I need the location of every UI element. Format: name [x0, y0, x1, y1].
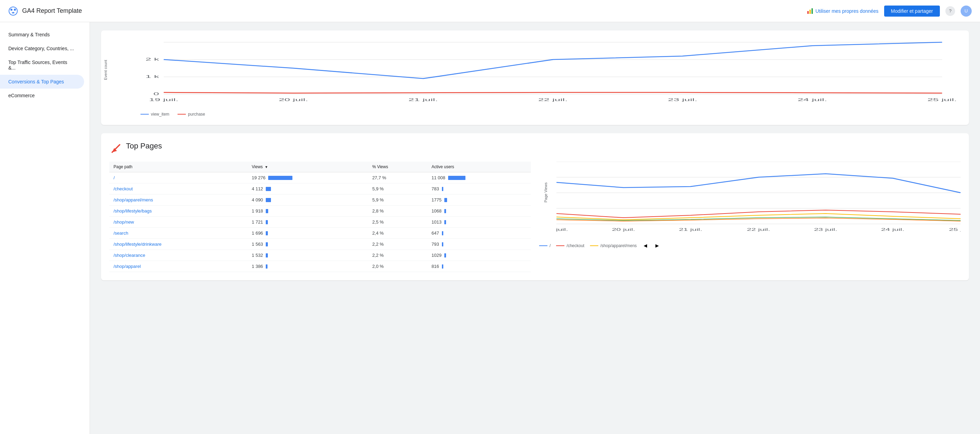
table-row: /shop/lifestyle/bags 1 918 2,8 % 1068	[109, 205, 531, 217]
main-content: Event count 0 1 k 2 k 19 juil. 20 juil	[90, 22, 980, 297]
svg-text:2 k: 2 k	[145, 57, 159, 61]
svg-rect-3	[807, 11, 809, 14]
cell-pct-views: 5,9 %	[368, 183, 427, 194]
table-row: /checkout 4 112 5,9 % 783	[109, 183, 531, 194]
top-pages-table-body: / 19 276 27,7 % 11 008 /checkout 4 112	[109, 172, 531, 272]
use-own-data-button[interactable]: Utiliser mes propres données	[807, 8, 878, 14]
arrow-indicator-icon	[109, 142, 123, 156]
cell-page-path: /shop/apparel/mens	[109, 194, 248, 205]
svg-point-0	[9, 7, 17, 15]
cell-views: 1 721	[248, 217, 368, 228]
cell-page-path: /shop/clearance	[109, 250, 248, 261]
legend-prev-button[interactable]: ◀	[642, 242, 649, 250]
table-row: /shop/new 1 721 2,5 % 1013	[109, 217, 531, 228]
cell-page-path: /shop/lifestyle/drinkware	[109, 239, 248, 250]
cell-views: 1 532	[248, 250, 368, 261]
table-row: /search 1 696 2,4 % 647	[109, 228, 531, 239]
legend-dot-checkout	[556, 245, 565, 246]
cell-pct-views: 2,2 %	[368, 239, 427, 250]
legend-checkout: /checkout	[556, 243, 584, 248]
svg-point-1	[10, 9, 13, 11]
cell-page-path: /shop/new	[109, 217, 248, 228]
svg-text:24 juil.: 24 juil.	[798, 98, 827, 102]
legend-view-item-label: view_item	[151, 112, 169, 117]
page-views-y-label: Page Views	[544, 183, 548, 202]
table-row: /shop/lifestyle/drinkware 1 563 2,2 % 79…	[109, 239, 531, 250]
legend-dot-root	[539, 245, 547, 246]
sidebar-item-ecommerce[interactable]: eCommerce	[0, 89, 84, 102]
top-pages-card: Top Pages Page path Views ▼ % Views Acti…	[101, 133, 969, 280]
top-pages-table: Page path Views ▼ % Views Active users /…	[109, 162, 531, 272]
sidebar-item-summary[interactable]: Summary & Trends	[0, 28, 84, 41]
svg-text:23 juil.: 23 juil.	[668, 98, 697, 102]
sidebar-item-traffic[interactable]: Top Traffic Sources, Events &...	[0, 56, 84, 75]
col-pct-views: % Views	[368, 162, 427, 172]
main-layout: Summary & Trends Device Category, Countr…	[0, 22, 980, 297]
svg-text:20 juil.: 20 juil.	[278, 98, 308, 102]
svg-rect-5	[811, 8, 813, 14]
legend-dot-apparel-mens	[590, 245, 598, 246]
cell-views: 4 112	[248, 183, 368, 194]
page-views-legend: / /checkout /shop/apparel/mens ◀ ▶	[539, 242, 961, 250]
cell-pct-views: 27,7 %	[368, 172, 427, 183]
sidebar: Summary & Trends Device Category, Countr…	[0, 22, 90, 297]
cell-active-users: 1029	[427, 250, 531, 261]
cell-active-users: 11 008	[427, 172, 531, 183]
use-own-data-label: Utiliser mes propres données	[816, 8, 878, 14]
top-pages-table-wrapper: Page path Views ▼ % Views Active users /…	[109, 162, 531, 272]
legend-dot-view-item	[140, 114, 149, 114]
legend-root-label: /	[549, 243, 550, 248]
cell-pct-views: 2,2 %	[368, 250, 427, 261]
legend-purchase: purchase	[178, 112, 205, 117]
top-pages-title: Top Pages	[126, 141, 162, 151]
sort-arrow-views: ▼	[265, 165, 268, 169]
legend-next-button[interactable]: ▶	[654, 242, 660, 250]
cell-active-users: 793	[427, 239, 531, 250]
header-right: Utiliser mes propres données Modifier et…	[807, 6, 972, 17]
cell-pct-views: 5,9 %	[368, 194, 427, 205]
event-count-y-label: Event count	[103, 60, 108, 79]
svg-text:0: 0	[153, 92, 159, 96]
svg-rect-4	[810, 10, 811, 14]
cell-page-path: /search	[109, 228, 248, 239]
svg-text:22 juil.: 22 juil.	[747, 228, 770, 232]
app-title: GA4 Report Template	[22, 7, 82, 14]
sidebar-item-device[interactable]: Device Category, Countries, ...	[0, 41, 84, 56]
legend-checkout-label: /checkout	[566, 243, 584, 248]
cell-pct-views: 2,5 %	[368, 217, 427, 228]
app-logo-icon	[8, 6, 18, 16]
col-views[interactable]: Views ▼	[248, 162, 368, 172]
svg-text:24 juil.: 24 juil.	[881, 228, 904, 232]
help-button[interactable]: ?	[945, 6, 955, 16]
legend-apparel-mens: /shop/apparel/mens	[590, 243, 637, 248]
legend-view-item: view_item	[140, 112, 169, 117]
cell-page-path: /checkout	[109, 183, 248, 194]
svg-text:21 juil.: 21 juil.	[408, 98, 438, 102]
cell-views: 1 563	[248, 239, 368, 250]
bar-chart-icon	[807, 8, 813, 14]
cell-views: 19 276	[248, 172, 368, 183]
cell-active-users: 1013	[427, 217, 531, 228]
svg-text:19 juil.: 19 juil.	[149, 98, 178, 102]
legend-purchase-label: purchase	[188, 112, 205, 117]
page-views-chart: 0 1 k 2 k 3 k 4 k 19 juil. 20 juil. 21 j…	[557, 162, 961, 238]
cell-views: 1 918	[248, 205, 368, 217]
cell-active-users: 783	[427, 183, 531, 194]
header-left: GA4 Report Template	[8, 6, 82, 16]
cell-pct-views: 2,8 %	[368, 205, 427, 217]
svg-text:19 juil.: 19 juil.	[557, 228, 568, 232]
cell-pct-views: 2,0 %	[368, 261, 427, 272]
event-count-card: Event count 0 1 k 2 k 19 juil. 20 juil	[101, 30, 969, 125]
user-avatar[interactable]: U	[961, 6, 972, 17]
svg-text:21 juil.: 21 juil.	[679, 228, 702, 232]
app-header: GA4 Report Template Utiliser mes propres…	[0, 0, 980, 22]
share-button[interactable]: Modifier et partager	[884, 6, 940, 17]
cell-active-users: 647	[427, 228, 531, 239]
col-page-path: Page path	[109, 162, 248, 172]
svg-text:25 juil.: 25 juil.	[949, 228, 961, 232]
sidebar-item-conversions[interactable]: Conversions & Top Pages	[0, 75, 84, 89]
cell-active-users: 1775	[427, 194, 531, 205]
col-active-users: Active users	[427, 162, 531, 172]
cell-page-path: /shop/lifestyle/bags	[109, 205, 248, 217]
legend-apparel-mens-label: /shop/apparel/mens	[600, 243, 637, 248]
